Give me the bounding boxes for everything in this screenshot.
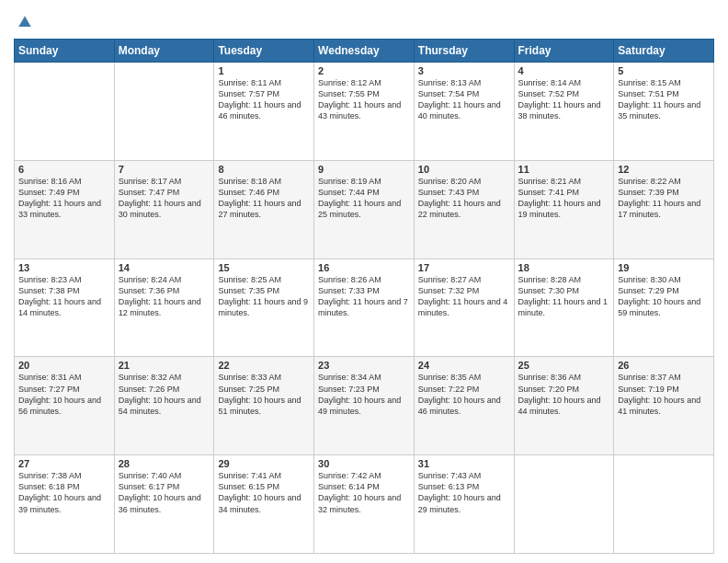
cell-text: Sunset: 7:35 PM [218, 285, 310, 296]
calendar-cell: 10Sunrise: 8:20 AMSunset: 7:43 PMDayligh… [414, 160, 514, 259]
svg-marker-1 [18, 17, 30, 27]
cell-text: Sunrise: 8:25 AM [218, 274, 310, 285]
cell-text: Sunset: 7:39 PM [618, 187, 710, 198]
day-number: 11 [518, 164, 610, 175]
day-number: 13 [18, 262, 110, 273]
calendar-table: SundayMondayTuesdayWednesdayThursdayFrid… [14, 39, 714, 554]
cell-text: Sunrise: 8:11 AM [218, 77, 310, 88]
weekday-header: Friday [514, 40, 614, 63]
calendar-cell: 4Sunrise: 8:14 AMSunset: 7:52 PMDaylight… [514, 63, 614, 161]
day-number: 3 [418, 65, 510, 76]
cell-text: Sunrise: 7:40 AM [119, 470, 210, 481]
cell-text: Daylight: 11 hours and 30 minutes. [119, 198, 210, 220]
cell-text: Daylight: 11 hours and 17 minutes. [618, 198, 710, 220]
cell-text: Sunset: 7:25 PM [218, 384, 310, 395]
cell-text: Sunset: 7:32 PM [418, 285, 510, 296]
cell-text: Daylight: 11 hours and 22 minutes. [418, 198, 510, 220]
cell-text: Daylight: 11 hours and 25 minutes. [318, 198, 410, 220]
day-number: 1 [218, 65, 310, 76]
day-number: 8 [218, 164, 310, 175]
calendar-week-row: 20Sunrise: 8:31 AMSunset: 7:27 PMDayligh… [15, 357, 714, 455]
day-number: 19 [618, 262, 710, 273]
day-number: 12 [618, 164, 710, 175]
cell-text: Sunrise: 8:35 AM [418, 372, 510, 383]
day-number: 31 [418, 458, 510, 469]
cell-text: Daylight: 11 hours and 33 minutes. [18, 198, 110, 220]
cell-text: Sunrise: 8:22 AM [618, 176, 710, 187]
cell-text: Sunrise: 7:42 AM [318, 470, 410, 481]
cell-text: Daylight: 10 hours and 59 minutes. [618, 296, 710, 318]
cell-text: Sunset: 6:18 PM [18, 481, 110, 492]
cell-text: Sunrise: 8:36 AM [518, 372, 610, 383]
cell-text: Sunrise: 8:27 AM [418, 274, 510, 285]
page-container: SundayMondayTuesdayWednesdayThursdayFrid… [0, 0, 728, 563]
calendar-cell: 3Sunrise: 8:13 AMSunset: 7:54 PMDaylight… [414, 63, 514, 161]
calendar-cell: 13Sunrise: 8:23 AMSunset: 7:38 PMDayligh… [15, 259, 115, 357]
cell-text: Sunrise: 8:28 AM [518, 274, 610, 285]
calendar-cell: 23Sunrise: 8:34 AMSunset: 7:23 PMDayligh… [314, 357, 415, 455]
day-number: 27 [18, 458, 110, 469]
calendar-cell: 24Sunrise: 8:35 AMSunset: 7:22 PMDayligh… [414, 357, 514, 455]
calendar-cell: 30Sunrise: 7:42 AMSunset: 6:14 PMDayligh… [314, 455, 415, 554]
day-number: 2 [318, 65, 410, 76]
weekday-header: Monday [114, 40, 214, 63]
cell-text: Sunset: 6:17 PM [119, 481, 210, 492]
day-number: 29 [218, 458, 310, 469]
cell-text: Sunset: 6:14 PM [318, 481, 410, 492]
day-number: 18 [518, 262, 610, 273]
cell-text: Sunrise: 8:21 AM [518, 176, 610, 187]
cell-text: Sunrise: 8:31 AM [18, 372, 110, 383]
calendar-cell: 20Sunrise: 8:31 AMSunset: 7:27 PMDayligh… [15, 357, 115, 455]
calendar-cell: 25Sunrise: 8:36 AMSunset: 7:20 PMDayligh… [514, 357, 614, 455]
cell-text: Sunset: 6:13 PM [418, 481, 510, 492]
calendar-week-row: 1Sunrise: 8:11 AMSunset: 7:57 PMDaylight… [15, 63, 714, 161]
calendar-week-row: 27Sunrise: 7:38 AMSunset: 6:18 PMDayligh… [15, 455, 714, 554]
cell-text: Sunrise: 8:18 AM [218, 176, 310, 187]
weekday-header: Wednesday [314, 40, 415, 63]
day-number: 6 [18, 164, 110, 175]
cell-text: Sunset: 7:46 PM [218, 187, 310, 198]
cell-text: Sunrise: 8:17 AM [119, 176, 210, 187]
cell-text: Daylight: 11 hours and 9 minutes. [218, 296, 310, 318]
cell-text: Sunset: 7:57 PM [218, 88, 310, 99]
cell-text: Daylight: 11 hours and 12 minutes. [119, 296, 210, 318]
calendar-cell: 12Sunrise: 8:22 AMSunset: 7:39 PMDayligh… [614, 160, 714, 259]
cell-text: Daylight: 10 hours and 46 minutes. [418, 395, 510, 417]
calendar-cell: 22Sunrise: 8:33 AMSunset: 7:25 PMDayligh… [214, 357, 314, 455]
cell-text: Sunrise: 8:13 AM [418, 77, 510, 88]
day-number: 10 [418, 164, 510, 175]
cell-text: Sunset: 7:29 PM [618, 285, 710, 296]
cell-text: Daylight: 10 hours and 36 minutes. [119, 492, 210, 514]
cell-text: Sunrise: 8:12 AM [318, 77, 410, 88]
calendar-cell: 6Sunrise: 8:16 AMSunset: 7:49 PMDaylight… [15, 160, 115, 259]
calendar-cell [614, 455, 714, 554]
cell-text: Sunrise: 8:26 AM [318, 274, 410, 285]
cell-text: Daylight: 10 hours and 54 minutes. [119, 395, 210, 417]
cell-text: Daylight: 10 hours and 32 minutes. [318, 492, 410, 514]
weekday-header: Thursday [414, 40, 514, 63]
cell-text: Sunset: 7:51 PM [618, 88, 710, 99]
day-number: 15 [218, 262, 310, 273]
cell-text: Sunrise: 8:14 AM [518, 77, 610, 88]
day-number: 17 [418, 262, 510, 273]
cell-text: Sunset: 7:52 PM [518, 88, 610, 99]
calendar-cell: 18Sunrise: 8:28 AMSunset: 7:30 PMDayligh… [514, 259, 614, 357]
cell-text: Sunrise: 7:43 AM [418, 470, 510, 481]
cell-text: Sunset: 7:20 PM [518, 384, 610, 395]
weekday-header: Tuesday [214, 40, 314, 63]
cell-text: Daylight: 10 hours and 51 minutes. [218, 395, 310, 417]
cell-text: Sunrise: 8:37 AM [618, 372, 710, 383]
cell-text: Sunrise: 8:16 AM [18, 176, 110, 187]
cell-text: Daylight: 10 hours and 56 minutes. [18, 395, 110, 417]
cell-text: Daylight: 11 hours and 27 minutes. [218, 198, 310, 220]
cell-text: Sunrise: 8:24 AM [119, 274, 210, 285]
cell-text: Sunrise: 8:20 AM [418, 176, 510, 187]
cell-text: Daylight: 11 hours and 46 minutes. [218, 99, 310, 121]
day-number: 5 [618, 65, 710, 76]
logo-icon [16, 13, 34, 31]
cell-text: Sunset: 7:22 PM [418, 384, 510, 395]
calendar-cell: 9Sunrise: 8:19 AMSunset: 7:44 PMDaylight… [314, 160, 415, 259]
weekday-header: Saturday [614, 40, 714, 63]
logo [14, 13, 34, 31]
calendar-cell: 19Sunrise: 8:30 AMSunset: 7:29 PMDayligh… [614, 259, 714, 357]
